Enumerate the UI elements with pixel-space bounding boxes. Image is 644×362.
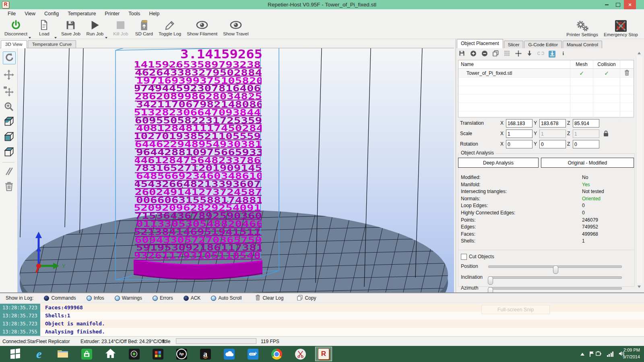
log-toggle-ack[interactable]: ACK [184,295,201,301]
azimuth-slider-thumb[interactable] [488,287,493,292]
tab-slicer[interactable]: Slicer [504,41,524,48]
log-action-clear-log[interactable]: Clear Log [255,294,283,302]
table-row[interactable]: Tower_of_Pi_fixed.stl ✓ ✓ [458,69,634,78]
taskbar-password-app[interactable] [244,347,261,361]
log-action-copy[interactable]: Copy [297,295,316,302]
tray-action-center-flag[interactable] [590,352,590,357]
disconnect-dropdown[interactable] [29,28,32,39]
log-toggle-auto-scroll[interactable]: Auto Scroll [211,295,242,301]
rotation-y-field[interactable] [539,140,566,148]
move-object-tool[interactable] [3,86,15,98]
taskbar-photos-app[interactable] [149,347,166,361]
deep-analysis-button[interactable]: Deep Analysis [458,158,539,168]
load-button[interactable]: Load [33,18,56,36]
scale-z-field[interactable] [573,130,599,138]
menu-help[interactable]: Help [144,9,164,18]
3d-viewport[interactable]: Y 14159265358979323846264338327950288419… [18,48,454,292]
tray-battery[interactable] [596,351,602,357]
move-view-tool[interactable] [3,69,15,81]
scroll-up-button[interactable] [636,50,642,56]
autoposition-button[interactable] [504,51,510,58]
menu-view[interactable]: View [20,9,40,18]
add-object-button[interactable] [470,51,477,58]
info-button[interactable]: i [560,51,567,58]
zoom-tool[interactable] [3,101,15,113]
show-travel-button[interactable]: Show Travel [220,18,251,36]
panel-scrollbar[interactable] [636,56,642,284]
delete-object-tool[interactable] [3,181,15,193]
tray-network-signal[interactable] [607,352,614,357]
tab-manual-control[interactable]: Manual Control [563,41,602,48]
front-view-tool[interactable] [3,131,15,143]
translation-x-field[interactable] [506,119,533,128]
kill-job-button[interactable]: Kill Job [109,18,132,36]
menu-config[interactable]: Config [40,9,63,18]
taskbar-snipping-tool[interactable] [292,347,309,361]
log-toggle-commands[interactable]: Commands [44,295,76,301]
delete-object-button[interactable] [620,69,634,77]
taskbar-internet-explorer[interactable]: e [31,347,47,361]
original-modified-button[interactable]: Original - Modified [541,158,634,168]
translation-y-field[interactable] [539,119,566,128]
copy-object-button[interactable] [492,51,499,58]
taskbar-repetier-host[interactable]: R [315,347,332,361]
scale-lock-icon[interactable] [603,130,609,138]
taskbar-file-explorer[interactable] [54,347,71,361]
rotation-x-field[interactable] [506,140,533,148]
toggle-log-button[interactable]: Toggle Log [156,18,184,36]
drop-object-button[interactable] [526,51,533,58]
rotation-z-field[interactable] [573,140,599,148]
taskbar-clock[interactable]: 2:09 PM 9/7/2014 [616,347,642,360]
taskbar-media-app[interactable] [126,347,142,361]
tab-object-placement[interactable]: Object Placement [457,39,503,48]
tray-tray-expand[interactable] [580,353,584,356]
log-toggle-errors[interactable]: Errors [153,295,173,301]
minimize-button[interactable] [601,0,612,9]
load-dropdown[interactable] [54,28,58,39]
translation-z-field[interactable] [573,119,599,128]
taskbar-chrome[interactable] [268,347,285,361]
scale-x-field[interactable] [506,130,533,138]
menu-tools[interactable]: Tools [124,9,144,18]
log-toggle-infos[interactable]: Infos [87,295,104,301]
taskbar-windows-store[interactable] [78,347,95,361]
cut-objects-checkbox[interactable] [461,254,467,260]
inclination-slider[interactable] [488,276,622,279]
run-job-dropdown[interactable] [105,28,108,39]
emergency-stop-button[interactable]: Emergency Stop [601,19,641,37]
top-view-tool[interactable] [3,146,15,158]
run-job-button[interactable]: Run Job [83,18,107,36]
disconnect-button[interactable]: Disconnect [2,18,30,36]
iso-view-tool[interactable] [3,116,15,128]
menu-printer[interactable]: Printer [100,9,124,18]
rotate-tool[interactable] [3,51,16,64]
position-slider-thumb[interactable] [553,265,558,274]
azimuth-slider[interactable] [488,287,622,290]
taskbar-home[interactable] [102,347,119,361]
tab-g-code-editor[interactable]: G-Code Editor [524,41,562,48]
taskbar-start[interactable] [7,347,24,361]
taskbar-hp[interactable]: hp [173,347,190,361]
show-filament-button[interactable]: Show Filament [184,18,220,36]
menu-file[interactable]: File [3,9,20,18]
menu-temperature[interactable]: Temperature [63,9,100,18]
tab-temperature-curve[interactable]: Temperature Curve [28,40,76,48]
autodrop-button[interactable] [549,51,555,58]
split-object-button[interactable] [537,51,544,58]
scale-y-field[interactable] [539,130,566,138]
parallel-projection-tool[interactable] [3,166,15,178]
printer-settings-button[interactable]: Printer Settings [564,19,601,37]
position-slider[interactable] [488,265,622,268]
sd-card-button[interactable]: SD Card [132,18,156,36]
close-button[interactable]: × [624,0,636,9]
save-job-button[interactable]: Save Job [58,18,83,36]
maximize-button[interactable] [613,0,623,9]
log-toggle-warnings[interactable]: Warnings [115,295,142,301]
tab-3d-view[interactable]: 3D View [1,40,27,48]
taskbar-amazon[interactable]: a [197,347,214,361]
save-button[interactable] [458,51,465,58]
center-object-button[interactable] [515,51,522,58]
remove-object-button[interactable] [481,51,488,58]
taskbar-cloud-app[interactable] [221,347,237,361]
inclination-slider-thumb[interactable] [488,276,493,285]
